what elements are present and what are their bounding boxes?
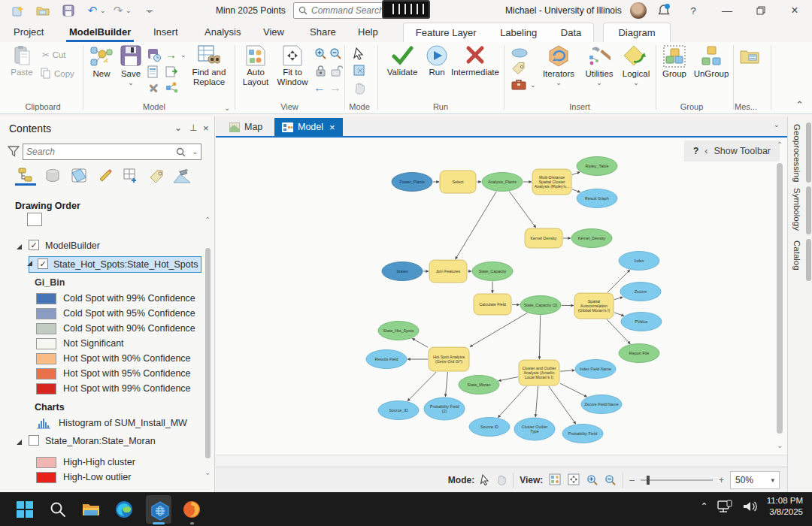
- tab-geoprocessing[interactable]: Geoprocessing: [792, 124, 801, 182]
- fit-to-window-button[interactable]: Fit to Window: [274, 45, 311, 87]
- arcgis-pro-icon[interactable]: [149, 500, 171, 522]
- utilities-dropdown-icon[interactable]: ⌄: [596, 79, 602, 86]
- iterators-button[interactable]: Iterators ⌄: [538, 45, 579, 86]
- model-canvas[interactable]: Power_PlantsSelectAnalysis_PlantsMulti-D…: [216, 138, 787, 455]
- auto-layout-button[interactable]: Auto Layout: [239, 45, 272, 87]
- model-node-kernel-density-tool[interactable]: Kernel Density: [525, 228, 562, 248]
- avatar[interactable]: [630, 2, 647, 19]
- restore-button[interactable]: [748, 0, 774, 21]
- model-node-cluster-outlier-type[interactable]: Cluster OutlierType: [514, 418, 555, 440]
- status-auto-layout-icon[interactable]: [549, 473, 562, 486]
- back-arrow-icon[interactable]: ←: [314, 81, 326, 95]
- canvas-horizontal-scrollbar[interactable]: ‹ ›: [216, 455, 787, 467]
- file-explorer-icon[interactable]: [80, 498, 102, 521]
- run-button[interactable]: Run: [424, 45, 450, 77]
- canvas-scroll-up-icon[interactable]: ⌃: [777, 141, 783, 149]
- model-report-icon[interactable]: [147, 65, 159, 80]
- tab-modelbuilder[interactable]: ModelBuilder: [66, 24, 134, 42]
- save-project-icon[interactable]: [62, 4, 75, 17]
- canvas-scroll-down-icon[interactable]: ⌄: [777, 441, 783, 449]
- symbology-tab-bar[interactable]: [806, 186, 811, 234]
- tab-insert[interactable]: Insert: [150, 24, 181, 42]
- model-node-calculate-field[interactable]: Calculate Field: [474, 294, 511, 315]
- contents-scrollbar[interactable]: [205, 248, 211, 458]
- copy-button[interactable]: Copy: [41, 68, 74, 79]
- model-node-cluster-outlier[interactable]: Cluster and OutlierAnalysis (AnselinLoca…: [519, 360, 559, 385]
- expander-icon[interactable]: [27, 261, 32, 266]
- insert-tools-dropdown-icon[interactable]: ⌄: [530, 81, 536, 89]
- zoom-plus-label[interactable]: +: [719, 475, 724, 485]
- save-dropdown-icon[interactable]: ⌄: [128, 79, 134, 86]
- model-node-join-features[interactable]: Join Features: [429, 260, 467, 283]
- model-node-probability-field-2[interactable]: Probability Field(2): [424, 398, 465, 420]
- tab-editing[interactable]: [95, 166, 116, 186]
- hot-spots-checkbox[interactable]: ✓: [38, 258, 48, 269]
- modelbuilder-checkbox[interactable]: ✓: [29, 240, 39, 250]
- edge-browser-icon[interactable]: [113, 498, 135, 521]
- toolbox-icon[interactable]: [511, 79, 526, 92]
- model-tools-icon[interactable]: [147, 82, 160, 97]
- model-node-pvalue-out[interactable]: PValue: [621, 313, 662, 331]
- status-pan-mode-icon[interactable]: [496, 474, 507, 485]
- group-button[interactable]: Group: [659, 45, 690, 79]
- select-mode-icon[interactable]: [353, 47, 365, 62]
- legend-swatch[interactable]: [36, 353, 56, 364]
- layer-state-moran[interactable]: State_Moran:State_Moran: [45, 436, 156, 446]
- volume-icon[interactable]: [743, 500, 758, 512]
- pan-mode-icon[interactable]: [353, 82, 365, 97]
- tab-catalog[interactable]: Catalog: [792, 240, 801, 271]
- network-icon[interactable]: [717, 500, 734, 513]
- model-node-report-file[interactable]: Report File: [619, 344, 659, 363]
- contents-dropdown-icon[interactable]: ⌄: [174, 122, 182, 133]
- save-as-icon[interactable]: [147, 48, 161, 64]
- model-node-multidist[interactable]: Multi-DistanceSpatial ClusterAnalysis (R…: [532, 169, 571, 195]
- model-node-index-field-name[interactable]: Index Field Name: [575, 360, 616, 379]
- model-help-icon[interactable]: ?: [693, 146, 699, 156]
- export-model-icon[interactable]: [165, 65, 178, 80]
- zoom-slider[interactable]: [641, 479, 713, 481]
- geoprocessing-tab-bar[interactable]: [806, 122, 811, 183]
- tab-strip-dropdown-icon[interactable]: ⌄: [774, 121, 780, 128]
- clock[interactable]: 11:08 PM 3/8/2025: [767, 495, 803, 518]
- new-model-button[interactable]: New: [87, 45, 116, 79]
- contents-scroll-up-icon[interactable]: ⌃: [205, 216, 211, 224]
- tab-drawing-order[interactable]: [15, 166, 36, 186]
- tab-map-view[interactable]: Map: [222, 118, 270, 136]
- model-node-zscore-field-name[interactable]: Zscore Field Name: [581, 395, 622, 414]
- messages-icon[interactable]: [740, 47, 759, 66]
- model-node-source-id-co[interactable]: Source ID: [469, 418, 510, 437]
- validate-button[interactable]: Validate: [382, 45, 423, 77]
- lock-icon[interactable]: [315, 65, 326, 79]
- save-model-button[interactable]: Save ⌄: [117, 45, 144, 86]
- model-node-state-hot-spots[interactable]: State_Hot_Spots: [378, 322, 419, 340]
- status-zoom-in-icon[interactable]: [586, 474, 598, 486]
- zoom-minus-label[interactable]: –: [629, 475, 635, 485]
- catalog-tab-bar[interactable]: [806, 239, 811, 281]
- model-node-kernel-density-out[interactable]: Kernel_Density: [571, 229, 612, 248]
- model-node-result-graph[interactable]: Result Graph: [577, 189, 617, 208]
- zoom-out-icon[interactable]: [329, 47, 342, 62]
- map-frame-patch[interactable]: [27, 213, 42, 226]
- cut-button[interactable]: ✂Cut: [42, 50, 66, 60]
- layer-modelbuilder[interactable]: ModelBuilder: [45, 240, 100, 251]
- legend-swatch[interactable]: [36, 323, 56, 334]
- filter-icon[interactable]: [8, 145, 20, 159]
- contents-search-dropdown-icon[interactable]: ⌄: [192, 148, 198, 156]
- tab-feature-layer[interactable]: Feature Layer: [408, 27, 484, 38]
- expander-icon[interactable]: [17, 244, 22, 249]
- model-node-state-capacity2[interactable]: State_Capacity (2): [520, 296, 561, 315]
- canvas-vertical-scrollbar[interactable]: [777, 163, 783, 434]
- status-fit-to-window-icon[interactable]: [568, 473, 580, 486]
- firefox-icon[interactable]: [180, 498, 203, 521]
- tab-selection[interactable]: [69, 166, 90, 186]
- undo-dropdown-icon[interactable]: ⌄: [100, 7, 106, 14]
- model-to-python-icon[interactable]: [165, 82, 179, 96]
- legend-swatch[interactable]: [36, 472, 56, 483]
- model-node-state-capacity[interactable]: State_Capacity: [472, 262, 513, 281]
- contents-close-icon[interactable]: ×: [203, 122, 209, 134]
- expander-icon[interactable]: [17, 440, 22, 445]
- undo-icon[interactable]: ↶: [86, 4, 99, 17]
- model-run-dropdown-icon[interactable]: ⌄: [180, 51, 186, 59]
- show-toolbar-button[interactable]: ? ‹ Show Toolbar: [684, 141, 780, 162]
- model-node-select[interactable]: Select: [440, 171, 476, 193]
